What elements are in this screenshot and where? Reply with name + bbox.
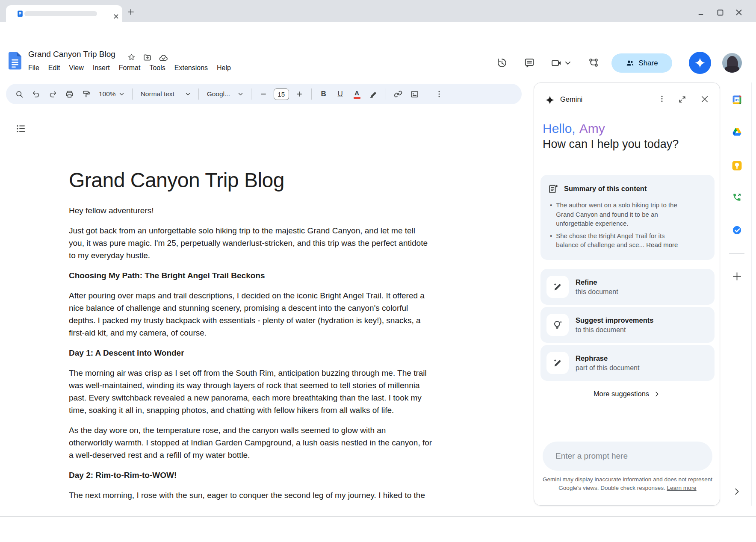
gemini-disclaimer: Gemini may display inaccurate informatio…: [537, 475, 718, 492]
drive-icon[interactable]: [732, 127, 742, 137]
toolbar-divider: [311, 88, 312, 100]
suggestion-improvements[interactable]: Suggest improvementsto this document: [540, 307, 715, 343]
toolbar-more-icon[interactable]: [433, 87, 446, 101]
bold-button[interactable]: B: [317, 87, 330, 101]
font-select[interactable]: Googl...: [204, 87, 245, 101]
connected-apps-icon[interactable]: [588, 57, 599, 68]
greeting-name: Amy: [579, 121, 605, 136]
chevron-down-icon: [119, 93, 124, 96]
text-color-button[interactable]: A: [351, 87, 363, 101]
side-panel-collapse-icon[interactable]: [732, 487, 741, 496]
comments-icon[interactable]: [524, 57, 535, 68]
user-avatar[interactable]: [722, 53, 742, 73]
gemini-panel-spark-icon: [545, 95, 555, 105]
doc-paragraph[interactable]: The next morning, I rose with the sun, e…: [69, 489, 481, 501]
browser-tab-strip: [0, 0, 756, 22]
document-title[interactable]: Grand Canyon Trip Blog: [28, 50, 115, 59]
learn-more-link[interactable]: Learn more: [667, 485, 697, 491]
summary-title: Summary of this content: [564, 185, 647, 193]
redo-icon[interactable]: [46, 87, 59, 101]
gemini-panel-title: Gemini: [560, 95, 582, 103]
menu-format[interactable]: Format: [119, 64, 141, 72]
font-size-field[interactable]: 15: [274, 88, 289, 100]
highlight-color-icon[interactable]: [367, 87, 380, 101]
get-addons-plus-icon[interactable]: [732, 271, 742, 281]
browser-tab[interactable]: [6, 5, 122, 22]
search-menus-icon[interactable]: [13, 87, 26, 101]
doc-paragraph[interactable]: As the day wore on, the temperature rose…: [69, 424, 481, 461]
toolbar-divider: [251, 88, 251, 100]
window-minimize-icon[interactable]: [698, 9, 705, 16]
tab-close-icon[interactable]: [114, 14, 118, 19]
font-value: Googl...: [207, 90, 230, 98]
underline-button[interactable]: U: [334, 87, 347, 101]
chevron-down-icon: [238, 93, 243, 96]
docs-logo-icon[interactable]: [9, 52, 21, 70]
more-suggestions-button[interactable]: More suggestions: [534, 390, 720, 398]
summary-card[interactable]: Summary of this content • The author wen…: [540, 175, 715, 260]
print-icon[interactable]: [63, 87, 76, 101]
gemini-close-icon[interactable]: [700, 95, 709, 103]
suggestion-subtitle: this document: [576, 288, 618, 296]
move-folder-icon[interactable]: [143, 53, 152, 62]
keep-icon[interactable]: [732, 160, 742, 171]
bullet-dot: •: [550, 231, 552, 250]
gemini-button[interactable]: [689, 52, 711, 74]
menu-tools[interactable]: Tools: [149, 64, 165, 72]
docs-menubar: File Edit View Insert Format Tools Exten…: [28, 64, 231, 72]
doc-subheading[interactable]: Choosing My Path: The Bright Angel Trail…: [69, 269, 481, 282]
paragraph-style-select[interactable]: Normal text: [138, 87, 193, 101]
gemini-expand-icon[interactable]: [678, 95, 686, 103]
suggestion-refine[interactable]: Refinethis document: [540, 269, 715, 305]
doc-paragraph[interactable]: The morning air was crisp as I set off f…: [69, 367, 481, 416]
pen-spark-icon: [546, 352, 569, 374]
suggestion-subtitle: part of this document: [576, 364, 639, 372]
doc-paragraph[interactable]: Just got back from an unforgettable solo…: [69, 224, 481, 262]
doc-subheading[interactable]: Day 1: A Descent into Wonder: [69, 347, 481, 359]
suggestion-subtitle: to this document: [576, 326, 653, 334]
suggestion-title: Suggest improvements: [576, 316, 653, 324]
calendar-icon[interactable]: 31: [732, 94, 742, 105]
share-button[interactable]: Share: [611, 53, 672, 73]
new-tab-button[interactable]: [128, 9, 134, 15]
voice-icon[interactable]: [732, 192, 742, 203]
doc-subheading[interactable]: Day 2: Rim-to-Rim-to-WOW!: [69, 469, 481, 481]
doc-paragraph[interactable]: Hey fellow adventurers!: [69, 204, 481, 217]
menu-edit[interactable]: Edit: [48, 64, 60, 72]
side-strip-divider: [751, 82, 752, 506]
menu-insert[interactable]: Insert: [93, 64, 110, 72]
insert-image-icon[interactable]: [408, 87, 421, 101]
insert-link-icon[interactable]: [392, 87, 405, 101]
gemini-question: How can I help you today?: [543, 138, 679, 151]
window-close-icon[interactable]: [735, 9, 742, 16]
suggestion-rephrase[interactable]: Rephrasepart of this document: [540, 345, 715, 381]
doc-heading-title[interactable]: Grand Canyon Trip Blog: [69, 168, 481, 192]
toolbar-divider: [427, 88, 427, 100]
menu-extensions[interactable]: Extensions: [174, 64, 208, 72]
font-size-increase-icon[interactable]: [293, 87, 306, 101]
menu-view[interactable]: View: [69, 64, 83, 72]
video-call-icon[interactable]: [551, 57, 562, 69]
zoom-select[interactable]: 100%: [96, 87, 127, 101]
video-call-dropdown-icon[interactable]: [565, 62, 570, 65]
doc-paragraph[interactable]: After pouring over maps and trail descri…: [69, 289, 481, 339]
suggestion-title: Refine: [576, 278, 618, 286]
star-document-icon[interactable]: [127, 53, 136, 61]
gemini-prompt-input[interactable]: [543, 442, 712, 471]
tasks-icon[interactable]: [732, 225, 742, 236]
menu-help[interactable]: Help: [217, 64, 231, 72]
browser-navbar: [0, 22, 756, 44]
gemini-menu-icon[interactable]: [658, 94, 666, 103]
window-maximize-icon[interactable]: [717, 9, 724, 16]
docs-header: Grand Canyon Trip Blog File Edit View In…: [0, 44, 756, 83]
version-history-icon[interactable]: [496, 57, 507, 68]
share-label: Share: [638, 59, 658, 68]
document-outline-icon[interactable]: [15, 123, 27, 134]
document-page[interactable]: Grand Canyon Trip Blog Hey fellow advent…: [69, 168, 481, 509]
undo-icon[interactable]: [30, 87, 42, 101]
font-size-decrease-icon[interactable]: [257, 87, 270, 101]
paint-format-icon[interactable]: [80, 87, 92, 101]
cloud-saved-icon[interactable]: [159, 53, 168, 63]
menu-file[interactable]: File: [28, 64, 39, 72]
read-more-link[interactable]: Read more: [646, 241, 678, 248]
